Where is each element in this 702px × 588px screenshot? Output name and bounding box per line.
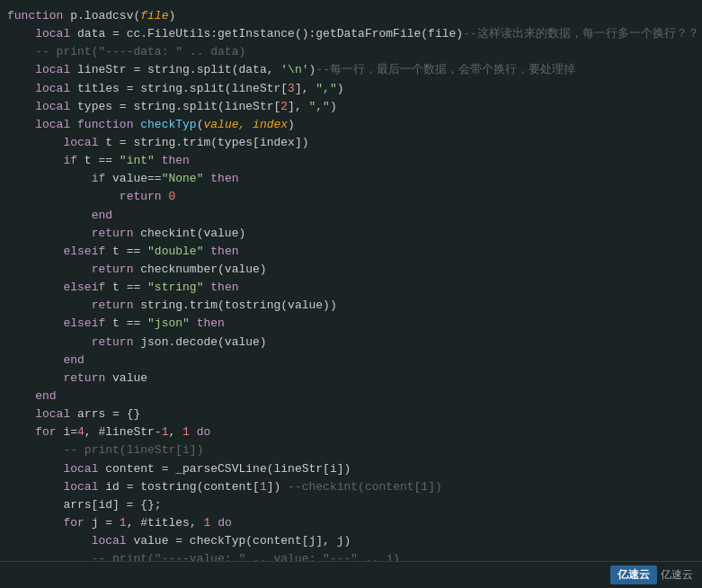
watermark-logo: 亿速云 [610,566,657,584]
code-line-33: for j = 1, #titles, 1 do [7,514,695,532]
code-line-13: if value=="None" then [7,170,695,188]
code-line-29: -- print(lineStr[i]) [7,441,695,459]
code-line-12: if t == "int" then [7,152,695,170]
code-line-35: -- print("----value: " .. value: "---" .… [7,550,695,561]
code-line-25: end [7,388,695,405]
code-line-34: local value = checkTyp(content[j], j) [7,532,695,550]
code-line-20: return string.trim(tostring(value)) [7,297,695,315]
code-line-17: elseif t == "double" then [7,243,695,261]
code-editor: function p.loadcsv(file) local data = cc… [0,0,702,561]
code-line-30: local content = _parseCSVLine(lineStr[i]… [7,460,695,478]
code-line-3: -- print("----data: " .. data) [7,43,695,61]
code-line-4: local lineStr = string.split(data, '\n')… [7,61,695,79]
footer-bar: 亿速云 亿速云 [0,561,702,588]
code-line-15: end [7,207,695,225]
code-line-24: return value [7,370,695,388]
code-line-18: return checknumber(value) [7,261,695,279]
code-line-27: local arrs = {} [7,405,695,423]
code-line-21: elseif t == "json" then [7,315,695,333]
code-line-9: local function checkTyp(value, index) [7,116,695,134]
code-line-19: elseif t == "string" then [7,279,695,297]
code-line-10: local t = string.trim(types[index]) [7,134,695,152]
watermark: 亿速云 亿速云 [610,566,693,584]
code-line-16: return checkint(value) [7,225,695,243]
code-line-14: return 0 [7,188,695,206]
code-line-2: local data = cc.FileUtils:getInstance():… [7,25,695,43]
code-line-1: function p.loadcsv(file) [7,7,695,25]
code-line-31: local id = tostring(content[1]) --checki… [7,478,695,496]
code-line-7: local types = string.split(lineStr[2], "… [7,98,695,116]
watermark-label: 亿速云 [661,567,693,583]
code-line-23: end [7,352,695,370]
code-line-6: local titles = string.split(lineStr[3], … [7,80,695,98]
code-line-32: arrs[id] = {}; [7,496,695,514]
code-line-28: for i=4, #lineStr-1, 1 do [7,423,695,441]
code-line-22: return json.decode(value) [7,334,695,352]
